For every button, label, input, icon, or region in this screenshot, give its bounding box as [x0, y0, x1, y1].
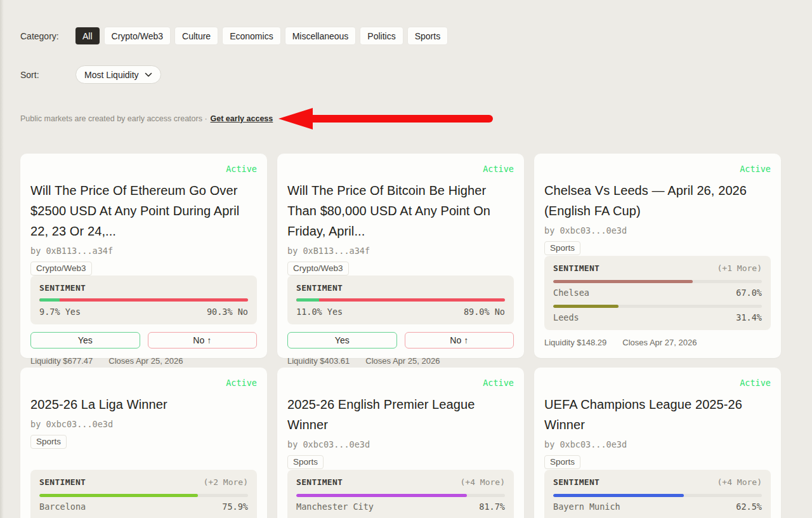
creator-address: 0xB113...a34f [303, 246, 370, 256]
market-cards-grid: Active Will The Price Of Ethereum Go Ove… [20, 154, 781, 518]
market-title[interactable]: Will The Price Of Bitcoin Be Higher Than… [287, 180, 514, 241]
sentiment-panel: SENTIMENT 11.0% Yes 89.0% No [287, 276, 514, 324]
creator-line: by 0xbc03...0e3d [544, 225, 771, 236]
sentiment-heading: SENTIMENT [39, 477, 86, 487]
yes-button[interactable]: Yes [30, 332, 140, 349]
outcome-bar [553, 305, 619, 308]
get-early-access-link[interactable]: Get early access [211, 114, 273, 123]
sentiment-panel: SENTIMENT (+1 More) Chelsea67.0% Leeds31… [544, 256, 771, 330]
category-button-sports[interactable]: Sports [408, 27, 447, 44]
yes-bar-segment [39, 298, 60, 302]
yes-percent: 11.0% Yes [296, 307, 343, 317]
sentiment-heading: SENTIMENT [553, 477, 599, 487]
more-outcomes-label: (+4 More) [717, 477, 762, 487]
more-outcomes-label: (+2 More) [204, 477, 248, 487]
sentiment-heading: SENTIMENT [296, 477, 343, 487]
sentiment-panel: SENTIMENT (+4 More) Bayern Munich62.5% P… [544, 470, 771, 518]
liquidity-value: Liquidity $677.47 [30, 356, 93, 366]
category-tag: Sports [544, 241, 580, 255]
sort-dropdown[interactable]: Most Liquidity [75, 65, 161, 84]
market-card-la-liga[interactable]: Active 2025-26 La Liga Winner by 0xbc03.… [20, 368, 267, 518]
market-card-chelsea-leeds[interactable]: Active Chelsea Vs Leeds — April 26, 2026… [534, 154, 781, 358]
outcome-name: Manchester City [296, 501, 374, 512]
outcome-percent: 62.5% [736, 501, 762, 512]
outcome-row: Chelsea67.0% [553, 280, 762, 298]
market-card-ethereum[interactable]: Active Will The Price Of Ethereum Go Ove… [20, 154, 267, 358]
market-card-premier-league[interactable]: Active 2025-26 English Premier League Wi… [277, 368, 524, 518]
category-button-culture[interactable]: Culture [175, 27, 218, 44]
category-filter-row: Category: All Crypto/Web3 Culture Econom… [20, 27, 781, 44]
status-badge: Active [740, 164, 771, 174]
outcome-name: Leeds [553, 312, 579, 322]
no-button[interactable]: No ↑ [148, 332, 258, 349]
more-outcomes-label: (+4 More) [461, 477, 505, 487]
sentiment-bar [296, 298, 505, 302]
outcome-bar [553, 494, 684, 497]
closes-date: Closes Apr 27, 2026 [622, 338, 697, 348]
category-button-politics[interactable]: Politics [360, 27, 402, 44]
status-badge: Active [483, 378, 514, 388]
more-outcomes-label: (+1 More) [717, 263, 762, 273]
early-access-notice: Public markets are created by early acce… [20, 107, 781, 131]
sentiment-panel: SENTIMENT (+2 More) Barcelona75.9% Real … [30, 470, 257, 518]
no-button[interactable]: No ↑ [405, 332, 514, 349]
market-card-bitcoin[interactable]: Active Will The Price Of Bitcoin Be High… [277, 154, 524, 358]
category-button-all[interactable]: All [75, 27, 100, 44]
outcome-name: Bayern Munich [553, 501, 620, 512]
status-badge: Active [226, 378, 257, 388]
liquidity-value: Liquidity $148.29 [544, 338, 606, 348]
creator-address: 0xbc03...0e3d [46, 419, 113, 429]
red-arrow-annotation [278, 107, 494, 131]
creator-line: by 0xB113...a34f [287, 246, 514, 256]
creator-line: by 0xbc03...0e3d [544, 439, 771, 449]
card-footer: Liquidity $148.29 Closes Apr 27, 2026 [544, 338, 771, 348]
category-tag: Sports [544, 455, 580, 469]
outcome-row: Leeds31.4% [553, 305, 762, 322]
category-tag: Crypto/Web3 [287, 262, 349, 276]
notice-text: Public markets are created by early acce… [20, 114, 207, 123]
creator-line: by 0xbc03...0e3d [30, 419, 257, 429]
category-buttons: All Crypto/Web3 Culture Economics Miscel… [75, 27, 447, 44]
category-label: Category: [20, 31, 75, 41]
status-badge: Active [483, 164, 514, 174]
creator-line: by 0xB113...a34f [30, 246, 257, 256]
outcome-row: Barcelona75.9% [39, 494, 248, 512]
market-title[interactable]: Will The Price Of Ethereum Go Over $2500… [30, 180, 257, 241]
market-card-champions-league[interactable]: Active UEFA Champions League 2025-26 Win… [534, 368, 781, 518]
sentiment-bar [39, 298, 248, 302]
creator-line: by 0xbc03...0e3d [287, 439, 514, 449]
market-title[interactable]: UEFA Champions League 2025-26 Winner [544, 394, 771, 435]
category-button-economics[interactable]: Economics [223, 27, 280, 44]
market-title[interactable]: 2025-26 English Premier League Winner [287, 394, 514, 435]
creator-address: 0xbc03...0e3d [560, 225, 627, 236]
outcome-bar [553, 280, 693, 283]
outcome-percent: 67.0% [736, 288, 762, 298]
category-button-miscellaneous[interactable]: Miscellaneous [285, 27, 356, 44]
market-title[interactable]: Chelsea Vs Leeds — April 26, 2026 (Engli… [544, 180, 771, 221]
outcome-row: Bayern Munich62.5% [553, 494, 762, 512]
sort-row: Sort: Most Liquidity [20, 65, 781, 84]
outcome-percent: 81.7% [479, 501, 505, 512]
market-title[interactable]: 2025-26 La Liga Winner [30, 394, 257, 415]
yes-button[interactable]: Yes [287, 332, 397, 349]
outcome-row: Manchester City81.7% [296, 494, 505, 512]
closes-date: Closes Apr 25, 2026 [365, 356, 440, 366]
card-footer: Liquidity $403.61 Closes Apr 25, 2026 [287, 356, 514, 366]
sentiment-heading: SENTIMENT [296, 283, 343, 293]
markets-page: Category: All Crypto/Web3 Culture Econom… [0, 0, 812, 518]
status-badge: Active [226, 164, 257, 174]
category-tag: Crypto/Web3 [30, 262, 92, 276]
sort-value: Most Liquidity [84, 70, 139, 80]
category-tag: Sports [30, 435, 67, 449]
creator-address: 0xbc03...0e3d [560, 439, 627, 449]
creator-address: 0xbc03...0e3d [303, 439, 370, 449]
outcome-bar [39, 494, 198, 497]
liquidity-value: Liquidity $403.61 [287, 356, 350, 366]
sort-label: Sort: [20, 70, 75, 80]
outcome-name: Chelsea [553, 288, 589, 298]
outcome-bar [296, 494, 467, 497]
category-button-crypto-web3[interactable]: Crypto/Web3 [105, 27, 170, 44]
sentiment-panel: SENTIMENT 9.7% Yes 90.3% No [30, 276, 257, 324]
chevron-down-icon [145, 72, 152, 77]
closes-date: Closes Apr 25, 2026 [108, 356, 183, 366]
